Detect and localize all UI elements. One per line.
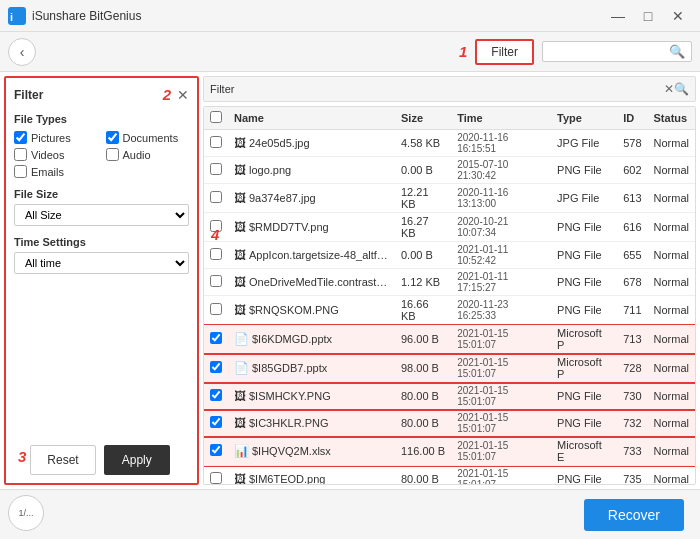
audio-checkbox-item[interactable]: Audio: [106, 148, 190, 161]
file-name-text: $I85GDB7.pptx: [252, 362, 327, 374]
row-checkbox[interactable]: [210, 163, 222, 175]
row-checkbox[interactable]: [210, 416, 222, 428]
row-checkbox[interactable]: [210, 303, 222, 315]
row-size: 98.00 B: [395, 354, 451, 383]
row-status: Normal: [648, 437, 695, 466]
recover-button[interactable]: Recover: [584, 499, 684, 531]
filter-panel-header: Filter 2 ✕: [14, 86, 189, 103]
reset-button[interactable]: Reset: [30, 445, 95, 475]
time-settings-dropdown[interactable]: All timeTodayLast WeekLast MonthLast Yea…: [14, 252, 189, 274]
row-size: 116.00 B: [395, 437, 451, 466]
row-name: 🖼 $ISMHCKY.PNG: [228, 383, 395, 410]
row-checkbox[interactable]: [210, 444, 222, 456]
filter-subbar-search[interactable]: 🔍: [674, 82, 689, 96]
emails-checkbox[interactable]: [14, 165, 27, 178]
row-size: 4.58 KB: [395, 130, 451, 157]
row-checkbox-cell: [204, 325, 228, 354]
documents-checkbox[interactable]: [106, 131, 119, 144]
col-type: Type: [551, 107, 617, 130]
file-name-text: $RMDD7TV.png: [249, 221, 329, 233]
maximize-button[interactable]: □: [634, 5, 662, 27]
main-container: ‹ 1 Filter 🔍 Filter 2 ✕ File Types Pictu…: [0, 32, 700, 539]
row-type: PNG File: [551, 269, 617, 296]
file-size-title: File Size: [14, 188, 189, 200]
row-checkbox[interactable]: [210, 191, 222, 203]
row-checkbox[interactable]: [210, 136, 222, 148]
file-table[interactable]: Name Size Time Type ID Status: [203, 106, 696, 485]
filter-panel: Filter 2 ✕ File Types Pictures Documents: [4, 76, 199, 485]
file-name-text: AppIcon.targetsize-48_altform-lightunp: [249, 249, 389, 261]
row-type: PNG File: [551, 213, 617, 242]
file-type-icon: 🖼: [234, 163, 246, 177]
file-size-section: File Size All Size< 1 MB1 MB - 10 MB> 10…: [14, 188, 189, 226]
filter-subbar-close[interactable]: ✕: [664, 82, 674, 96]
audio-checkbox[interactable]: [106, 148, 119, 161]
filter-button[interactable]: Filter: [475, 39, 534, 65]
row-status: Normal: [648, 296, 695, 325]
search-input[interactable]: [549, 45, 669, 59]
title-bar: i iSunshare BitGenius — □ ✕: [0, 0, 700, 32]
row-id: 730: [617, 383, 647, 410]
row-checkbox-cell: [204, 184, 228, 213]
file-list-area: Filter ✕ 🔍 4 Name Size Time: [203, 72, 700, 489]
row-name: 🖼 24e05d5.jpg: [228, 130, 395, 157]
row-time: 2021-01-11 10:52:42: [451, 242, 551, 269]
table-container: 4 Name Size Time Type ID Status: [203, 106, 696, 485]
row-id: 678: [617, 269, 647, 296]
row-id: 578: [617, 130, 647, 157]
app-icon: i: [8, 7, 26, 25]
pictures-checkbox[interactable]: [14, 131, 27, 144]
row-size: 12.21 KB: [395, 184, 451, 213]
file-type-icon: 📄: [234, 361, 249, 375]
row-status: Normal: [648, 157, 695, 184]
row-status: Normal: [648, 269, 695, 296]
step1-label: 1: [459, 43, 467, 60]
row-type: Microsoft E: [551, 437, 617, 466]
table-row: 🖼 24e05d5.jpg 4.58 KB 2020-11-16 16:15:5…: [204, 130, 695, 157]
row-id: 655: [617, 242, 647, 269]
row-id: 616: [617, 213, 647, 242]
minimize-button[interactable]: —: [604, 5, 632, 27]
filter-panel-close-button[interactable]: ✕: [177, 87, 189, 103]
close-button[interactable]: ✕: [664, 5, 692, 27]
row-checkbox[interactable]: [210, 361, 222, 373]
emails-checkbox-item[interactable]: Emails: [14, 165, 98, 178]
row-checkbox[interactable]: [210, 332, 222, 344]
file-size-dropdown[interactable]: All Size< 1 MB1 MB - 10 MB> 10 MB: [14, 204, 189, 226]
row-type: PNG File: [551, 296, 617, 325]
row-checkbox-cell: [204, 269, 228, 296]
row-checkbox[interactable]: [210, 248, 222, 260]
table-row: 🖼 $ISMHCKY.PNG 80.00 B 2021-01-15 15:01:…: [204, 383, 695, 410]
row-type: PNG File: [551, 242, 617, 269]
pictures-checkbox-item[interactable]: Pictures: [14, 131, 98, 144]
file-type-icon: 🖼: [234, 220, 246, 234]
file-type-icon: 🖼: [234, 275, 246, 289]
videos-checkbox-item[interactable]: Videos: [14, 148, 98, 161]
table-row: 📄 $I6KDMGD.pptx 96.00 B 2021-01-15 15:01…: [204, 325, 695, 354]
row-checkbox[interactable]: [210, 275, 222, 287]
filter-panel-title: Filter: [14, 88, 43, 102]
row-size: 16.66 KB: [395, 296, 451, 325]
row-status: Normal: [648, 354, 695, 383]
file-type-icon: 🖼: [234, 303, 246, 317]
filter-subbar-label: Filter: [210, 83, 234, 95]
row-checkbox[interactable]: [210, 389, 222, 401]
documents-checkbox-item[interactable]: Documents: [106, 131, 190, 144]
row-checkbox[interactable]: [210, 472, 222, 484]
row-size: 96.00 B: [395, 325, 451, 354]
select-all-checkbox[interactable]: [210, 111, 222, 123]
row-id: 711: [617, 296, 647, 325]
search-icon-button[interactable]: 🔍: [669, 44, 685, 59]
table-row: 📄 $I85GDB7.pptx 98.00 B 2021-01-15 15:01…: [204, 354, 695, 383]
filter-subbar-input[interactable]: [240, 83, 664, 95]
apply-button[interactable]: Apply: [104, 445, 170, 475]
search-box: 🔍: [542, 41, 692, 62]
row-name: 📊 $IHQVQ2M.xlsx: [228, 437, 395, 466]
row-name: 🖼 $RMDD7TV.png: [228, 213, 395, 242]
row-status: Normal: [648, 213, 695, 242]
row-time: 2015-07-10 21:30:42: [451, 157, 551, 184]
back-button[interactable]: ‹: [8, 38, 36, 66]
filter-actions: Reset Apply: [30, 437, 169, 475]
videos-checkbox[interactable]: [14, 148, 27, 161]
file-type-icon: 🖼: [234, 136, 246, 150]
